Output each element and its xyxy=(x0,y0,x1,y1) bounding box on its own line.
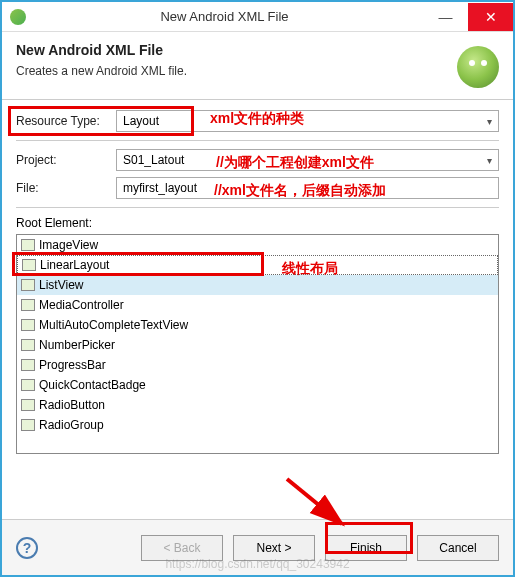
app-icon xyxy=(10,9,26,25)
list-item[interactable]: MultiAutoCompleteTextView xyxy=(17,315,498,335)
titlebar: New Android XML File — ✕ xyxy=(2,2,513,32)
android-icon xyxy=(457,46,499,88)
list-item[interactable]: NumberPicker xyxy=(17,335,498,355)
project-value: S01_Latout xyxy=(123,153,184,167)
divider xyxy=(16,207,499,208)
list-item[interactable]: LinearLayout xyxy=(17,255,498,275)
list-item[interactable]: ProgressBar xyxy=(17,355,498,375)
watermark: https://blog.csdn.net/qq_30243942 xyxy=(2,557,513,571)
list-item[interactable]: MediaController xyxy=(17,295,498,315)
project-dropdown[interactable]: S01_Latout ▾ xyxy=(116,149,499,171)
element-icon xyxy=(21,339,35,351)
element-icon xyxy=(21,419,35,431)
element-icon xyxy=(21,379,35,391)
list-item[interactable]: RadioButton xyxy=(17,395,498,415)
list-item[interactable]: ListView xyxy=(17,275,498,295)
window-title: New Android XML File xyxy=(26,9,423,24)
resource-type-label: Resource Type: xyxy=(16,114,116,128)
page-description: Creates a new Android XML file. xyxy=(16,64,499,78)
chevron-down-icon: ▾ xyxy=(487,116,492,127)
element-icon xyxy=(21,239,35,251)
page-title: New Android XML File xyxy=(16,42,499,58)
file-row: File: xyxy=(16,177,499,199)
divider xyxy=(16,140,499,141)
file-input[interactable] xyxy=(116,177,499,199)
element-icon xyxy=(22,259,36,271)
close-button[interactable]: ✕ xyxy=(468,3,513,31)
svg-line-0 xyxy=(287,479,342,524)
help-icon[interactable]: ? xyxy=(16,537,38,559)
list-item[interactable]: QuickContactBadge xyxy=(17,375,498,395)
list-item[interactable]: ImageView xyxy=(17,235,498,255)
project-row: Project: S01_Latout ▾ xyxy=(16,149,499,171)
element-icon xyxy=(21,319,35,331)
project-label: Project: xyxy=(16,153,116,167)
root-element-label: Root Element: xyxy=(16,216,499,230)
file-label: File: xyxy=(16,181,116,195)
root-element-listbox[interactable]: ImageView LinearLayout ListView MediaCon… xyxy=(16,234,499,454)
minimize-button[interactable]: — xyxy=(423,3,468,31)
resource-type-value: Layout xyxy=(123,114,159,128)
element-icon xyxy=(21,359,35,371)
resource-type-dropdown[interactable]: Layout ▾ xyxy=(116,110,499,132)
list-item[interactable]: RadioGroup xyxy=(17,415,498,435)
dialog-header: New Android XML File Creates a new Andro… xyxy=(2,32,513,100)
content-area: Resource Type: Layout ▾ Project: S01_Lat… xyxy=(2,100,513,464)
element-icon xyxy=(21,399,35,411)
resource-type-row: Resource Type: Layout ▾ xyxy=(16,110,499,132)
window-controls: — ✕ xyxy=(423,3,513,31)
element-icon xyxy=(21,299,35,311)
element-icon xyxy=(21,279,35,291)
chevron-down-icon: ▾ xyxy=(487,155,492,166)
